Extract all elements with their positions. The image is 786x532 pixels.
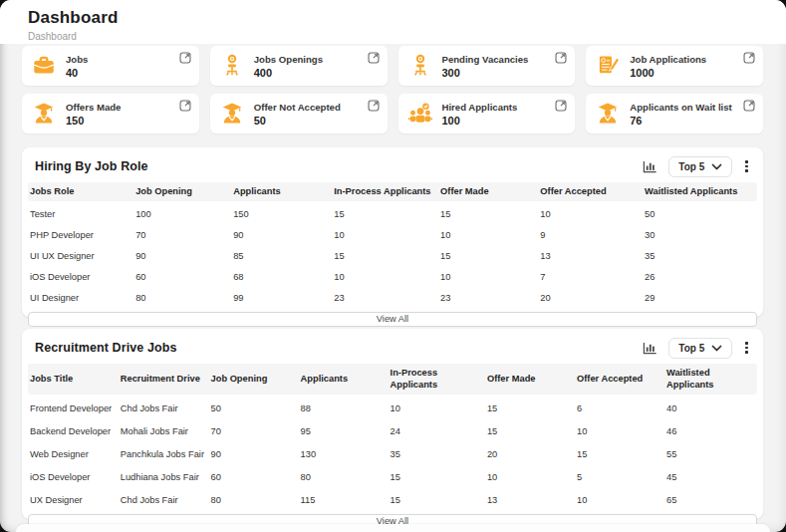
table-row: Web Designer Panchkula Jobs Fair 90 130 …	[28, 442, 757, 465]
table-cell: 15	[389, 472, 485, 482]
table-cell: 150	[231, 209, 332, 219]
column-header: Job Opening	[133, 186, 231, 198]
chevron-down-icon	[711, 344, 722, 353]
table-row: UX Designer Chd Jobs Fair 80 115 15 13 1…	[28, 488, 757, 511]
expand-icon[interactable]	[743, 100, 755, 112]
table-cell: 90	[231, 230, 332, 240]
table-cell: 80	[133, 293, 231, 303]
table-cell: iOS Developer	[28, 472, 119, 482]
table-row: iOS Developer 60 68 10 10 7 26	[28, 267, 757, 288]
table-cell: UI UX Designer	[28, 251, 133, 261]
hiring-by-job-role-panel: Hiring By Job Role Top 5 Jobs Role Job O…	[22, 147, 763, 317]
stat-card-value: 300	[442, 67, 529, 79]
table-row: UI Designer 80 99 23 23 20 29	[28, 288, 757, 309]
stat-card-jobs-openings: Jobs Openings 400	[210, 46, 388, 86]
recruitment-drive-jobs-panel: Recruitment Drive Jobs Top 5 Jobs Title …	[22, 329, 763, 519]
graduate-icon	[219, 101, 245, 127]
table-cell: 15	[438, 209, 538, 219]
bar-chart-icon[interactable]	[643, 159, 657, 174]
column-header: Offer Made	[438, 186, 538, 198]
table-cell: 70	[133, 230, 231, 240]
expand-icon[interactable]	[368, 100, 380, 112]
table-cell: 46	[664, 426, 757, 436]
application-document-icon	[595, 53, 621, 79]
table-cell: Mohali Jobs Fair	[119, 426, 209, 436]
expand-icon[interactable]	[555, 52, 567, 64]
table-cell: 15	[485, 426, 575, 436]
table-row: PHP Developer 70 90 10 10 9 30	[28, 224, 757, 245]
column-header: In-Process Applicants	[332, 186, 438, 198]
expand-icon[interactable]	[179, 52, 191, 64]
table-cell: 10	[575, 495, 664, 505]
stat-card-label: Jobs Openings	[254, 54, 323, 65]
graduate-icon	[595, 101, 621, 127]
table-cell: 15	[575, 449, 664, 459]
table-cell: 15	[332, 251, 438, 261]
table-cell: 13	[485, 495, 575, 505]
stat-card-label: Offer Not Accepted	[254, 102, 341, 113]
table-cell: Backend Developer	[28, 426, 119, 436]
table-cell: 90	[209, 449, 299, 459]
column-header: Applicants	[299, 374, 389, 386]
stat-card-pending-vacancies: Pending Vacancies 300	[398, 46, 576, 86]
stat-card-label: Applicants on Wait list	[630, 102, 732, 113]
stat-card-label: Offers Made	[66, 102, 121, 113]
table-cell: 10	[438, 272, 538, 282]
table-cell: 90	[133, 251, 231, 261]
column-header: Offer Accepted	[575, 374, 664, 386]
column-header: Waitlisted Applicants	[664, 368, 757, 391]
table-cell: 23	[438, 293, 538, 303]
table-cell: 70	[209, 426, 299, 436]
table-cell: UX Designer	[28, 495, 119, 505]
stat-card-value: 1000	[630, 67, 706, 79]
table-cell: 40	[664, 403, 757, 413]
table-cell: PHP Developer	[28, 230, 133, 240]
table-cell: 10	[389, 403, 485, 413]
stat-card-value: 100	[442, 115, 518, 127]
column-header: Offer Accepted	[538, 186, 643, 198]
column-header: Jobs Role	[28, 186, 133, 198]
stat-cards-grid: Jobs 40 Jobs Openings 400 Pending Vacanc…	[22, 46, 763, 133]
chevron-down-icon	[711, 162, 722, 171]
bar-chart-icon[interactable]	[643, 341, 657, 356]
table-row: Tester 100 150 15 15 10 50	[28, 203, 757, 224]
expand-icon[interactable]	[743, 52, 755, 64]
table-cell: 13	[538, 251, 643, 261]
breadcrumb[interactable]: Dashboard	[28, 31, 786, 42]
table-cell: 15	[332, 209, 438, 219]
table-cell: UI Designer	[28, 293, 133, 303]
expand-icon[interactable]	[555, 100, 567, 112]
column-header: Offer Made	[485, 374, 575, 386]
stat-card-label: Hired Applicants	[442, 102, 518, 113]
table-cell: 7	[538, 272, 643, 282]
column-header: Jobs Title	[28, 374, 119, 386]
table-cell: 10	[538, 209, 643, 219]
stat-card-job-applications: Job Applications 1000	[586, 46, 763, 86]
stat-card-label: Job Applications	[630, 54, 706, 65]
table-cell: 15	[389, 495, 485, 505]
table-cell: 80	[299, 472, 389, 482]
page-header: Dashboard Dashboard	[0, 0, 786, 44]
table-row: UI UX Designer 90 85 15 15 13 35	[28, 245, 757, 266]
kebab-menu-icon[interactable]	[743, 159, 750, 173]
stat-card-label: Jobs	[66, 54, 88, 65]
kebab-menu-icon[interactable]	[743, 341, 750, 355]
table-cell: 68	[231, 272, 332, 282]
top5-filter-dropdown[interactable]: Top 5	[668, 338, 732, 359]
expand-icon[interactable]	[368, 52, 380, 64]
vacancy-chair-icon	[219, 53, 245, 79]
table-cell: 115	[299, 495, 389, 505]
table-cell: 5	[575, 472, 664, 482]
table-cell: Panchkula Jobs Fair	[119, 449, 209, 459]
table-cell: 95	[299, 426, 389, 436]
table-cell: 29	[643, 293, 757, 303]
expand-icon[interactable]	[179, 100, 191, 112]
table-row: Frontend Developer Chd Jobs Fair 50 88 1…	[28, 397, 757, 419]
filter-label: Top 5	[678, 343, 704, 354]
table-cell: 50	[643, 209, 757, 219]
view-all-button[interactable]: View All	[28, 312, 757, 327]
top5-filter-dropdown[interactable]: Top 5	[668, 156, 732, 177]
table-cell: 10	[438, 230, 538, 240]
table-cell: 88	[299, 403, 389, 413]
table-cell: 20	[485, 449, 575, 459]
